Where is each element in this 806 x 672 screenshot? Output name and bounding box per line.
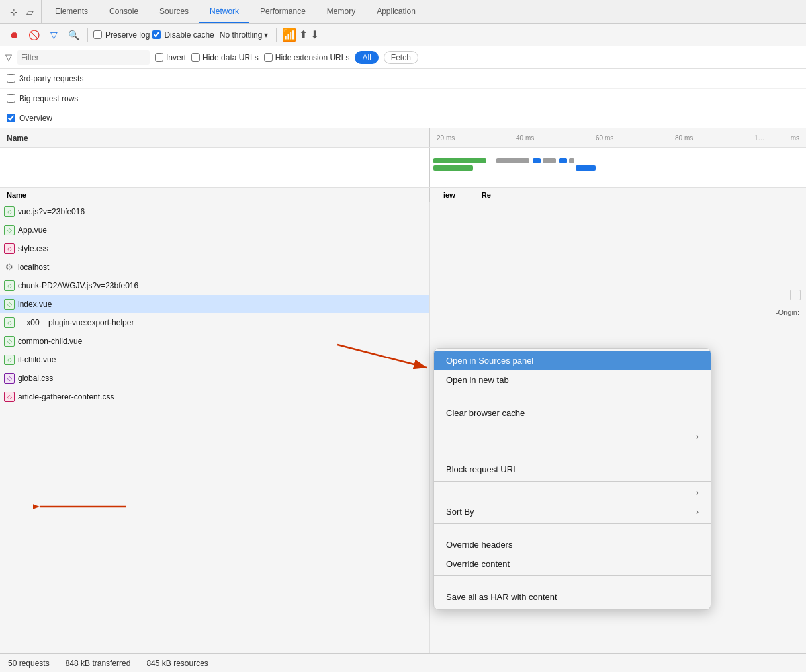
timeline-chart-left <box>0 148 430 187</box>
ctx-save-har[interactable] <box>434 578 711 587</box>
timeline-chart-right <box>430 148 806 187</box>
filter-input[interactable] <box>17 50 150 65</box>
name-col-header: Name <box>0 188 430 202</box>
ctx-show-overrides[interactable]: Override content <box>434 554 711 573</box>
request-row[interactable]: ◇ common-child.vue <box>0 332 429 351</box>
ctx-sep-3 <box>434 448 711 448</box>
device-mode-icon[interactable]: ▱ <box>24 6 36 18</box>
third-party-label[interactable]: 3rd-party requests <box>7 74 83 83</box>
tab-console[interactable]: Console <box>99 0 149 23</box>
context-menu: Open in Sources panel Open in new tab Cl… <box>433 348 711 610</box>
invert-label[interactable]: Invert <box>155 53 186 62</box>
hide-extension-urls-label[interactable]: Hide extension URLs <box>264 53 350 62</box>
wifi-icon: 📶 <box>282 28 296 42</box>
clear-button[interactable]: 🚫 <box>25 26 42 44</box>
timeline-header: Name 20 ms 40 ms 60 ms 80 ms 1… ms <box>0 128 806 148</box>
chart-bar-gray-1 <box>496 158 529 163</box>
ctx-override-headers[interactable] <box>434 526 711 535</box>
timeline-chart <box>0 148 806 188</box>
gear-icon: ⚙ <box>4 262 15 273</box>
ctx-sep-5 <box>434 523 711 524</box>
ruler-20ms: 20 ms <box>437 134 455 142</box>
ctx-open-sources[interactable]: Open in Sources panel <box>434 351 711 370</box>
ctx-clear-cache[interactable] <box>434 394 711 403</box>
request-row[interactable]: ◇ article-gatherer-content.css <box>0 388 429 406</box>
ctx-block-url[interactable] <box>434 450 711 460</box>
tab-memory[interactable]: Memory <box>316 0 366 23</box>
download-icon: ⬇ <box>310 28 319 41</box>
name-column-header: Name <box>0 128 430 147</box>
disable-cache-checkbox[interactable] <box>152 30 161 39</box>
preserve-log-checkbox[interactable] <box>93 30 102 39</box>
timeline-ruler: 20 ms 40 ms 60 ms 80 ms 1… ms <box>430 128 806 147</box>
ctx-sort-arrow: › <box>696 488 699 497</box>
big-request-rows-checkbox[interactable] <box>7 94 15 103</box>
ctx-sep-6 <box>434 575 711 576</box>
vue-icon: ◇ <box>4 336 15 347</box>
separator-2 <box>276 28 277 42</box>
ruler-ms: ms <box>791 134 799 142</box>
request-row[interactable]: ◇ __x00__plugin-vue:export-helper <box>0 314 429 332</box>
response-col-header: Re <box>482 191 491 199</box>
ctx-sep-2 <box>434 425 711 425</box>
disable-cache-label[interactable]: Disable cache <box>152 30 214 40</box>
chart-bar-blue-3 <box>576 165 596 171</box>
ruler-60ms: 60 ms <box>596 134 613 142</box>
ctx-block-domain[interactable]: Block request URL <box>434 460 711 479</box>
search-button[interactable]: 🔍 <box>65 26 82 44</box>
hide-data-urls-checkbox[interactable] <box>191 53 200 62</box>
overview-checkbox[interactable] <box>7 114 15 122</box>
inspect-icon[interactable]: ⊹ <box>8 6 20 18</box>
filter-toggle-button[interactable]: ▽ <box>45 26 62 44</box>
ctx-header-arrow: › <box>696 507 699 517</box>
tab-performance[interactable]: Performance <box>249 0 316 23</box>
request-row[interactable]: ◇ style.css <box>0 239 429 258</box>
tab-elements[interactable]: Elements <box>44 0 99 23</box>
tab-application[interactable]: Application <box>366 0 426 23</box>
hide-extension-urls-checkbox[interactable] <box>264 53 273 62</box>
upload-icon: ⬆ <box>299 28 308 41</box>
options-row-2: Big request rows <box>0 89 806 108</box>
chart-bar-blue-2 <box>559 158 567 163</box>
preserve-log-label[interactable]: Preserve log <box>93 30 150 40</box>
request-row-selected[interactable]: ◇ index.vue <box>0 295 429 314</box>
request-row[interactable]: ◇ global.css <box>0 369 429 388</box>
invert-checkbox[interactable] <box>155 53 163 62</box>
request-row[interactable]: ◇ if-child.vue <box>0 351 429 369</box>
preview-col-header: iew <box>443 191 455 199</box>
resources-size: 845 kB resources <box>146 659 208 668</box>
cols-header: Name iew Re <box>0 188 806 202</box>
tab-bar: ⊹ ▱ Elements Console Sources Network Per… <box>0 0 806 24</box>
options-row-1: 3rd-party requests <box>0 69 806 89</box>
ctx-sep-1 <box>434 392 711 392</box>
ruler-40ms: 40 ms <box>516 134 534 142</box>
ctx-sort-by[interactable]: › <box>434 483 711 502</box>
vue-icon: ◇ <box>4 355 15 365</box>
tab-sources[interactable]: Sources <box>149 0 199 23</box>
ctx-open-new-tab[interactable]: Open in new tab <box>434 370 711 390</box>
filter-all-button[interactable]: All <box>355 51 378 64</box>
filter-fetch-button[interactable]: Fetch <box>384 51 418 64</box>
tab-network[interactable]: Network <box>199 0 249 23</box>
vue-icon: ◇ <box>4 225 15 235</box>
request-row[interactable]: ◇ vue.js?v=23bfe016 <box>0 202 429 221</box>
third-party-checkbox[interactable] <box>7 74 15 83</box>
request-row[interactable]: ◇ chunk-PD2AWGJV.js?v=23bfe016 <box>0 276 429 295</box>
main-content: 3rd-party requests Big request rows Over… <box>0 69 806 672</box>
filter-icon: ▽ <box>5 52 12 62</box>
request-row[interactable]: ◇ App.vue <box>0 221 429 239</box>
hide-data-urls-label[interactable]: Hide data URLs <box>191 53 259 62</box>
record-button[interactable]: ⏺ <box>5 26 22 44</box>
throttle-selector[interactable]: No throttling ▾ <box>217 29 271 41</box>
ctx-override-content[interactable]: Override headers <box>434 535 711 554</box>
ctx-copy[interactable]: › <box>434 427 711 446</box>
overview-label[interactable]: Overview <box>7 114 52 123</box>
css-icon-2: ◇ <box>4 392 15 402</box>
separator-1 <box>87 28 88 42</box>
ctx-save-as[interactable]: Save all as HAR with content <box>434 587 711 607</box>
big-request-rows-label[interactable]: Big request rows <box>7 94 78 103</box>
ctx-header-options[interactable]: Sort By › <box>434 502 711 521</box>
ctx-clear-cookies[interactable]: Clear browser cache <box>434 403 711 423</box>
vue-icon: ◇ <box>4 280 15 291</box>
request-row[interactable]: ⚙ localhost <box>0 258 429 276</box>
